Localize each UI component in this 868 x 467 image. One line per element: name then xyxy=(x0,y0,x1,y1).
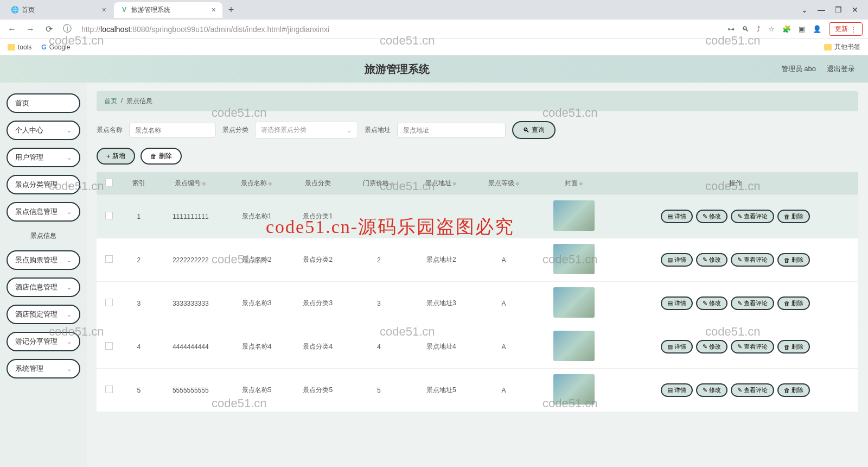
row-delete-button[interactable]: 🗑删除 xyxy=(777,210,810,223)
th-grade[interactable]: 景点等级◆ xyxy=(473,172,535,195)
star-icon[interactable]: ☆ xyxy=(768,25,775,33)
query-button[interactable]: 🔍︎ 查询 xyxy=(512,121,556,139)
detail-button[interactable]: ▤详情 xyxy=(661,340,693,354)
forward-button[interactable]: → xyxy=(24,23,37,36)
row-delete-button[interactable]: 🗑删除 xyxy=(777,253,810,267)
table-row: 1 1111111111 景点名称1 景点分类1 ▤详情 ✎修改 ✎查看评论 🗑… xyxy=(97,195,858,238)
cell-grade xyxy=(473,195,535,238)
th-code[interactable]: 景点编号◆ xyxy=(156,172,226,195)
reload-button[interactable]: ⟳ xyxy=(42,23,55,36)
bookmark-other[interactable]: 其他书签 xyxy=(824,42,860,52)
cell-cover xyxy=(535,282,612,325)
browser-tab-1[interactable]: 🌐 首页 × xyxy=(4,2,113,18)
sidebar-item-users[interactable]: 用户管理⌄ xyxy=(7,148,80,167)
close-window-icon[interactable]: ✕ xyxy=(852,5,858,14)
new-tab-button[interactable]: + xyxy=(224,2,239,17)
cell-category: 景点分类1 xyxy=(288,195,348,238)
info-icon[interactable]: ⓘ xyxy=(61,23,74,36)
thumbnail-image[interactable] xyxy=(553,287,595,318)
close-icon[interactable]: × xyxy=(102,5,106,14)
row-checkbox[interactable] xyxy=(105,212,113,219)
user-label[interactable]: 管理员 abo xyxy=(781,64,816,74)
thumbnail-image[interactable] xyxy=(553,331,595,361)
detail-button[interactable]: ▤详情 xyxy=(661,253,693,267)
comments-button[interactable]: ✎查看评论 xyxy=(731,253,774,267)
row-delete-button[interactable]: 🗑删除 xyxy=(777,340,810,354)
th-cover[interactable]: 封面◆ xyxy=(535,172,612,195)
sidebar-item-home[interactable]: 首页 xyxy=(7,93,80,113)
th-address[interactable]: 景点地址◆ xyxy=(410,172,473,195)
edit-icon: ✎ xyxy=(703,343,707,350)
zoom-icon[interactable]: 🔍︎ xyxy=(742,25,749,33)
cell-name: 景点名称3 xyxy=(226,282,288,325)
close-icon[interactable]: × xyxy=(212,5,216,14)
th-name[interactable]: 景点名称◆ xyxy=(226,172,288,195)
detail-button[interactable]: ▤详情 xyxy=(661,210,693,223)
profile-icon[interactable]: 👤 xyxy=(813,25,821,33)
address-bar[interactable]: http://localhost:8080/springboot99u10/ad… xyxy=(79,23,722,36)
sidebar-item-hotel-info[interactable]: 酒店信息管理⌄ xyxy=(7,277,80,297)
edit-button[interactable]: ✎修改 xyxy=(696,340,727,354)
share-icon[interactable]: ⤴ xyxy=(757,25,761,33)
row-delete-button[interactable]: 🗑删除 xyxy=(777,383,810,397)
detail-button[interactable]: ▤详情 xyxy=(661,383,693,397)
thumbnail-image[interactable] xyxy=(553,200,595,231)
sidebar-item-profile[interactable]: 个人中心⌄ xyxy=(7,121,80,140)
row-checkbox[interactable] xyxy=(105,342,113,350)
edit-icon: ✎ xyxy=(703,213,707,220)
data-table: 索引 景点编号◆ 景点名称◆ 景点分类 门票价格◆ 景点地址◆ 景点等级◆ 封面… xyxy=(97,172,858,412)
logout-link[interactable]: 退出登录 xyxy=(827,64,855,74)
row-checkbox[interactable] xyxy=(105,255,113,263)
key-icon[interactable]: ⊶ xyxy=(727,25,735,33)
comments-button[interactable]: ✎查看评论 xyxy=(731,296,774,310)
sidebar-item-spot-info[interactable]: 景点信息 xyxy=(7,229,80,243)
chevron-down-icon: ⌄ xyxy=(67,209,72,216)
th-index[interactable]: 索引 xyxy=(122,172,156,195)
comments-button[interactable]: ✎查看评论 xyxy=(731,340,774,354)
row-checkbox[interactable] xyxy=(105,386,113,393)
delete-button[interactable]: 🗑 删除 xyxy=(141,148,182,165)
th-checkbox[interactable] xyxy=(97,172,122,195)
table-row: 2 2222222222 景点名称2 景点分类2 2 景点地址2 A ▤详情 ✎… xyxy=(97,238,858,282)
bookmark-google[interactable]: G Google xyxy=(41,43,70,51)
th-category[interactable]: 景点分类 xyxy=(288,172,348,195)
row-delete-button[interactable]: 🗑删除 xyxy=(777,296,810,310)
edit-button[interactable]: ✎修改 xyxy=(696,253,727,267)
comments-button[interactable]: ✎查看评论 xyxy=(731,383,774,397)
sidebar-item-spot-info-mgmt[interactable]: 景点信息管理⌄ xyxy=(7,202,80,222)
edit-button[interactable]: ✎修改 xyxy=(696,210,727,223)
sidebar-item-hotel-booking[interactable]: 酒店预定管理⌄ xyxy=(7,305,80,324)
name-input[interactable] xyxy=(129,123,216,138)
th-price[interactable]: 门票价格◆ xyxy=(348,172,410,195)
back-button[interactable]: ← xyxy=(5,23,18,36)
sidebar-item-system[interactable]: 系统管理⌄ xyxy=(7,359,80,378)
table-row: 5 5555555555 景点名称5 景点分类5 5 景点地址5 A ▤详情 ✎… xyxy=(97,369,858,412)
address-input[interactable] xyxy=(397,123,506,138)
breadcrumb-home[interactable]: 首页 xyxy=(104,97,117,105)
maximize-icon[interactable]: ❐ xyxy=(835,5,842,14)
sidebar-item-category[interactable]: 景点分类管理⌄ xyxy=(7,175,80,194)
category-select[interactable]: 请选择景点分类 ⌄ xyxy=(255,122,358,138)
thumbnail-image[interactable] xyxy=(553,374,595,405)
sidebar-item-travel-share[interactable]: 游记分享管理⌄ xyxy=(7,332,80,351)
row-checkbox[interactable] xyxy=(105,299,113,306)
edit-icon: ✎ xyxy=(703,387,707,394)
edit-button[interactable]: ✎修改 xyxy=(696,296,727,310)
cell-index: 4 xyxy=(122,325,156,369)
detail-button[interactable]: ▤详情 xyxy=(661,296,693,310)
chevron-down-icon[interactable]: ⌄ xyxy=(801,5,808,14)
panel-icon[interactable]: ▣ xyxy=(799,25,805,33)
update-button[interactable]: 更新⋮ xyxy=(829,22,863,36)
thumbnail-image[interactable] xyxy=(553,244,595,274)
minimize-icon[interactable]: — xyxy=(818,5,825,14)
edit-button[interactable]: ✎修改 xyxy=(696,383,727,397)
chevron-down-icon: ⌄ xyxy=(67,257,72,264)
sidebar-item-ticket[interactable]: 景点购票管理⌄ xyxy=(7,250,80,270)
browser-tab-2[interactable]: V 旅游管理系统 × xyxy=(114,2,222,18)
bookmark-tools[interactable]: tools xyxy=(8,43,31,51)
add-button[interactable]: + 新增 xyxy=(97,148,135,165)
doc-icon: ▤ xyxy=(667,300,673,307)
extensions-icon[interactable]: 🧩 xyxy=(782,25,791,33)
comments-button[interactable]: ✎查看评论 xyxy=(731,210,774,223)
trash-icon: 🗑 xyxy=(784,300,790,307)
